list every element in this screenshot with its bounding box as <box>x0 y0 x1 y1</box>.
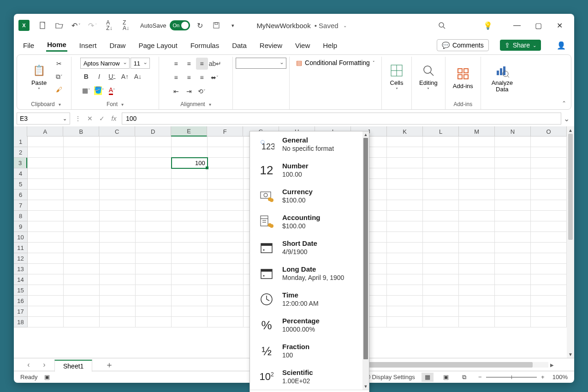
cell-K13[interactable] <box>387 264 423 274</box>
page-layout-view-icon[interactable]: ▣ <box>440 373 452 382</box>
redo-button[interactable]: ↷˅ <box>86 18 100 32</box>
cell-E8[interactable] <box>172 211 208 221</box>
row-header-1[interactable]: 1 <box>14 137 27 147</box>
name-box[interactable]: E3 ⌄ <box>17 113 70 125</box>
cell-B6[interactable] <box>64 190 100 200</box>
row-header-8[interactable]: 8 <box>14 211 27 221</box>
dropdown-scrollbar[interactable]: ▲ ▼ <box>362 131 369 390</box>
cell-C17[interactable] <box>100 306 136 317</box>
cell-F8[interactable] <box>208 211 244 221</box>
cell-M16[interactable] <box>459 296 495 306</box>
format-option-percentage[interactable]: %Percentage10000.00% <box>250 312 369 338</box>
cell-F4[interactable] <box>208 168 244 179</box>
cell-O17[interactable] <box>531 306 567 317</box>
cell-E4[interactable] <box>172 168 208 179</box>
col-header-F[interactable]: F <box>207 126 243 137</box>
ribbon-collapse-icon[interactable]: ⌃ <box>562 100 566 107</box>
cell-C12[interactable] <box>100 253 136 264</box>
cell-A15[interactable] <box>28 285 64 296</box>
cell-D3[interactable] <box>136 158 172 168</box>
close-button[interactable]: ✕ <box>549 18 570 33</box>
col-header-N[interactable]: N <box>495 126 531 137</box>
col-header-L[interactable]: L <box>423 126 459 137</box>
cell-N1[interactable] <box>495 137 531 147</box>
scrollbar-thumb[interactable] <box>363 138 368 359</box>
wrap-text-icon[interactable]: ab↵ <box>209 58 222 70</box>
cell-F7[interactable] <box>208 200 244 211</box>
cell-E17[interactable] <box>172 306 208 317</box>
cell-M1[interactable] <box>459 137 495 147</box>
cell-E13[interactable] <box>172 264 208 274</box>
cell-N8[interactable] <box>495 211 531 221</box>
cell-B3[interactable] <box>64 158 100 168</box>
cell-M6[interactable] <box>459 190 495 200</box>
cell-F11[interactable] <box>208 243 244 253</box>
cell-L4[interactable] <box>423 168 459 179</box>
cell-A17[interactable] <box>28 306 64 317</box>
cell-L7[interactable] <box>423 200 459 211</box>
format-option-currency[interactable]: Currency$100.00 <box>250 183 369 209</box>
col-header-E[interactable]: E <box>171 126 207 137</box>
cancel-edit-icon[interactable]: ✕ <box>85 113 95 124</box>
cell-L12[interactable] <box>423 253 459 264</box>
row-header-9[interactable]: 9 <box>14 221 27 232</box>
cell-O12[interactable] <box>531 253 567 264</box>
cell-F14[interactable] <box>208 274 244 285</box>
scrollbar-thumb[interactable] <box>367 362 533 368</box>
search-icon[interactable] <box>435 18 449 32</box>
cell-K3[interactable] <box>387 158 423 168</box>
cell-F17[interactable] <box>208 306 244 317</box>
cell-C8[interactable] <box>100 211 136 221</box>
cell-D4[interactable] <box>136 168 172 179</box>
cell-O14[interactable] <box>531 274 567 285</box>
row-header-15[interactable]: 15 <box>14 285 27 296</box>
font-dialog-launcher[interactable]: ▾ <box>121 102 124 107</box>
undo-button[interactable]: ↶˅ <box>69 18 83 32</box>
cell-F12[interactable] <box>208 253 244 264</box>
row-header-11[interactable]: 11 <box>14 243 27 253</box>
cell-D18[interactable] <box>136 317 172 327</box>
italic-button[interactable]: I <box>93 71 105 83</box>
align-top-icon[interactable]: ≡ <box>170 58 182 70</box>
decrease-indent-icon[interactable]: ⇤ <box>170 85 182 97</box>
row-header-6[interactable]: 6 <box>14 190 27 200</box>
formula-bar-expand-icon[interactable]: ⌄ <box>561 113 571 124</box>
cell-B4[interactable] <box>64 168 100 179</box>
editing-button[interactable]: Editing˅ <box>415 58 442 98</box>
cell-D10[interactable] <box>136 232 172 243</box>
cell-E9[interactable] <box>172 221 208 232</box>
cell-N16[interactable] <box>495 296 531 306</box>
row-header-7[interactable]: 7 <box>14 200 27 211</box>
cell-K10[interactable] <box>387 232 423 243</box>
cell-F10[interactable] <box>208 232 244 243</box>
cell-N11[interactable] <box>495 243 531 253</box>
save-icon[interactable] <box>209 18 223 32</box>
sort-desc-icon[interactable]: ZA↓ <box>119 18 133 32</box>
font-size-select[interactable]: 11 <box>131 58 150 69</box>
cell-K17[interactable] <box>387 306 423 317</box>
cell-N13[interactable] <box>495 264 531 274</box>
cell-E5[interactable] <box>172 179 208 190</box>
cell-F15[interactable] <box>208 285 244 296</box>
cell-F6[interactable] <box>208 190 244 200</box>
tab-page-layout[interactable]: Page Layout <box>137 40 178 51</box>
cell-K9[interactable] <box>387 221 423 232</box>
format-painter-icon[interactable]: 🖌 <box>53 83 65 95</box>
cell-N18[interactable] <box>495 317 531 327</box>
cell-D12[interactable] <box>136 253 172 264</box>
horizontal-scrollbar[interactable]: ▶ <box>367 362 556 368</box>
tab-insert[interactable]: Insert <box>78 40 98 51</box>
cell-O7[interactable] <box>531 200 567 211</box>
cell-O13[interactable] <box>531 264 567 274</box>
cell-F9[interactable] <box>208 221 244 232</box>
tab-help[interactable]: Help <box>322 40 338 51</box>
add-sheet-button[interactable]: ＋ <box>105 359 113 370</box>
zoom-level[interactable]: 100% <box>552 374 568 380</box>
cell-D2[interactable] <box>136 147 172 158</box>
cell-B1[interactable] <box>64 137 100 147</box>
open-file-icon[interactable] <box>53 18 66 32</box>
more-number-formats-button[interactable]: More Number Formats... <box>250 390 369 392</box>
alignment-dialog-launcher[interactable]: ▾ <box>209 102 211 107</box>
increase-indent-icon[interactable]: ⇥ <box>183 85 195 97</box>
cell-O18[interactable] <box>531 317 567 327</box>
